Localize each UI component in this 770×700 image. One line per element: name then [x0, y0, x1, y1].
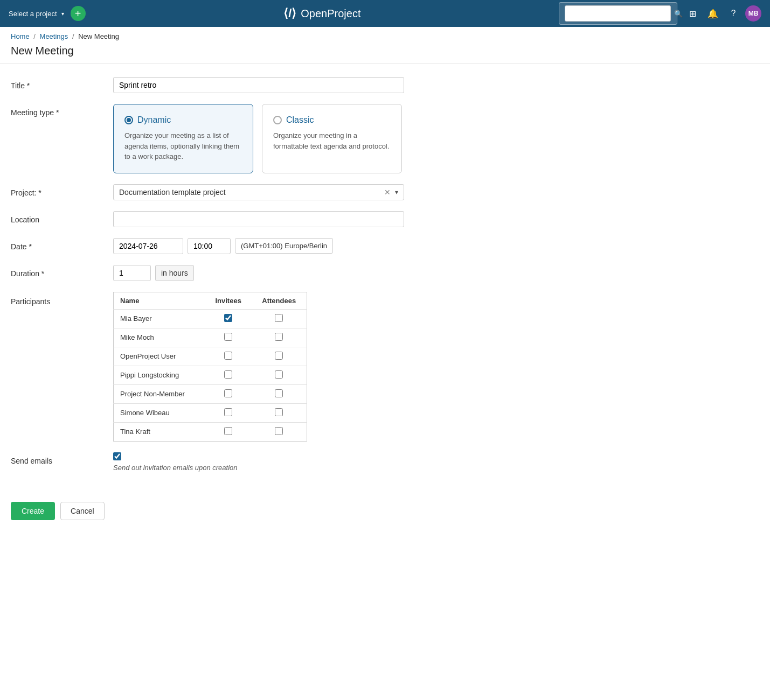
participant-name: Mike Moch [114, 328, 205, 347]
project-label: Project: * [11, 184, 113, 197]
classic-desc: Organize your meeting in a formattable t… [273, 130, 391, 151]
duration-input[interactable] [113, 265, 151, 281]
select-project-arrow: ▾ [61, 11, 64, 17]
cancel-button[interactable]: Cancel [60, 502, 105, 520]
meeting-types: Dynamic Organize your meeting as a list … [113, 104, 759, 173]
attendee-checkbox-2[interactable] [275, 352, 283, 360]
invitee-checkbox-0[interactable] [224, 314, 232, 322]
attendee-checkbox-5[interactable] [275, 408, 283, 416]
date-label: Date * [11, 238, 113, 251]
attendee-checkbox-1[interactable] [275, 333, 283, 341]
table-row: Tina Kraft [114, 422, 307, 441]
send-emails-label: Send emails [11, 452, 113, 465]
attendee-cell [251, 347, 307, 366]
attendee-checkbox-4[interactable] [275, 389, 283, 397]
breadcrumb-home[interactable]: Home [11, 32, 30, 40]
title-input[interactable] [113, 77, 404, 93]
add-button[interactable]: + [71, 6, 86, 21]
attendee-cell [251, 403, 307, 422]
logo: ⟨/⟩ OpenProject [92, 6, 552, 20]
search-input[interactable] [565, 5, 671, 22]
select-project[interactable]: Select a project ▾ [9, 10, 64, 18]
participants-header-row: Name Invitees Attendees [114, 292, 307, 309]
timezone-badge: (GMT+01:00) Europe/Berlin [235, 238, 333, 254]
invitee-checkbox-1[interactable] [224, 333, 232, 341]
invitee-cell [205, 328, 251, 347]
breadcrumb: Home / Meetings / New Meeting [0, 27, 770, 43]
dynamic-title: Dynamic [137, 115, 171, 125]
invitee-checkbox-5[interactable] [224, 408, 232, 416]
attendee-checkbox-0[interactable] [275, 314, 283, 322]
col-name: Name [114, 292, 205, 309]
notification-icon-button[interactable]: 🔔 [704, 5, 722, 22]
classic-title: Classic [286, 115, 314, 125]
invitee-checkbox-3[interactable] [224, 370, 232, 379]
participant-name: Pippi Longstocking [114, 366, 205, 384]
send-emails-inner: Send out invitation emails upon creation [113, 452, 759, 472]
header-icons: ⊞ 🔔 ? MB [684, 5, 761, 22]
title-control [113, 77, 759, 93]
meeting-type-control: Dynamic Organize your meeting as a list … [113, 104, 759, 173]
invitee-cell [205, 347, 251, 366]
table-row: OpenProject User [114, 347, 307, 366]
time-input[interactable] [188, 238, 231, 254]
date-time-row: (GMT+01:00) Europe/Berlin [113, 238, 759, 254]
classic-card[interactable]: Classic Organize your meeting in a forma… [262, 104, 402, 173]
participant-name: Tina Kraft [114, 422, 205, 441]
project-select-wrapper: Documentation template project ✕ ▾ [113, 184, 404, 200]
invitee-cell [205, 366, 251, 384]
date-control: (GMT+01:00) Europe/Berlin [113, 238, 759, 254]
dynamic-radio[interactable] [124, 116, 133, 124]
meeting-type-row: Meeting type * Dynamic Organize your mee… [11, 104, 759, 173]
duration-control: in hours [113, 265, 759, 281]
invitee-cell [205, 309, 251, 328]
project-control: Documentation template project ✕ ▾ [113, 184, 759, 200]
participant-name: Project Non-Member [114, 384, 205, 403]
project-dropdown-arrow[interactable]: ▾ [395, 188, 398, 196]
select-project-label: Select a project [9, 10, 57, 18]
attendee-cell [251, 422, 307, 441]
help-icon-button[interactable]: ? [725, 5, 742, 22]
participants-table: Name Invitees Attendees Mia Bayer Mike M… [113, 292, 307, 442]
classic-header: Classic [273, 115, 391, 125]
invitee-checkbox-2[interactable] [224, 352, 232, 360]
project-select-box[interactable]: Documentation template project ✕ ▾ [113, 184, 404, 200]
form-buttons: Create Cancel [0, 495, 770, 527]
attendee-checkbox-6[interactable] [275, 427, 283, 435]
send-emails-row: Send emails Send out invitation emails u… [11, 452, 759, 472]
grid-icon-button[interactable]: ⊞ [684, 5, 701, 22]
page-title: New Meeting [0, 43, 770, 64]
invitee-checkbox-4[interactable] [224, 389, 232, 397]
col-invitees: Invitees [205, 292, 251, 309]
breadcrumb-meetings[interactable]: Meetings [40, 32, 68, 40]
send-emails-checkbox[interactable] [113, 452, 121, 460]
title-row: Title * [11, 77, 759, 93]
project-select-controls: ✕ ▾ [384, 188, 398, 197]
date-input[interactable] [113, 238, 183, 254]
dynamic-header: Dynamic [124, 115, 242, 125]
attendee-cell [251, 366, 307, 384]
participant-name: Simone Wibeau [114, 403, 205, 422]
project-value: Documentation template project [119, 188, 226, 197]
title-label: Title * [11, 77, 113, 90]
create-button[interactable]: Create [11, 502, 55, 520]
attendee-checkbox-3[interactable] [275, 370, 283, 379]
avatar[interactable]: MB [745, 5, 761, 22]
dynamic-desc: Organize your meeting as a list of agend… [124, 130, 242, 162]
dynamic-card[interactable]: Dynamic Organize your meeting as a list … [113, 104, 253, 173]
location-input[interactable] [113, 211, 404, 227]
duration-row: Duration * in hours [11, 265, 759, 281]
project-clear-button[interactable]: ✕ [384, 188, 391, 197]
table-row: Mike Moch [114, 328, 307, 347]
classic-radio[interactable] [273, 116, 282, 124]
search-box[interactable]: 🔍 [559, 2, 677, 25]
participants-row: Participants Name Invitees Attendees Mia… [11, 292, 759, 442]
location-label: Location [11, 211, 113, 224]
attendee-cell [251, 328, 307, 347]
header: Select a project ▾ + ⟨/⟩ OpenProject 🔍 ⊞… [0, 0, 770, 27]
invitee-checkbox-6[interactable] [224, 427, 232, 435]
participants-control: Name Invitees Attendees Mia Bayer Mike M… [113, 292, 759, 442]
breadcrumb-current: New Meeting [78, 32, 119, 40]
participants-label: Participants [11, 292, 113, 306]
invitee-cell [205, 403, 251, 422]
